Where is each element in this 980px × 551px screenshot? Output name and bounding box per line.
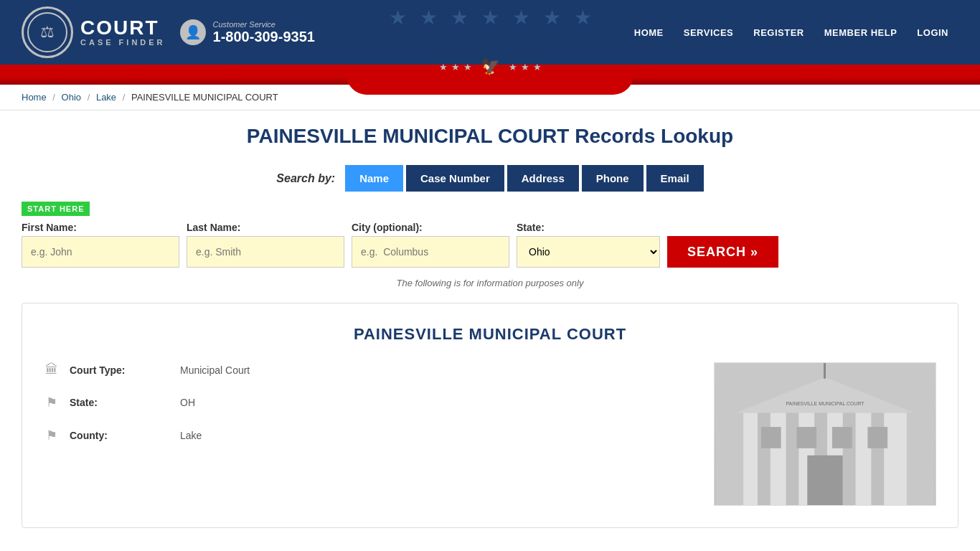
logo-circle: ⚖: [22, 6, 73, 58]
tab-name[interactable]: Name: [345, 165, 403, 192]
nav-services[interactable]: SERVICES: [674, 27, 744, 38]
start-here-badge: START HERE: [22, 202, 90, 216]
logo-emblem: ⚖: [27, 12, 67, 52]
last-name-label: Last Name:: [187, 222, 344, 233]
state-select[interactable]: Ohio: [517, 236, 660, 268]
svg-rect-3: [758, 413, 771, 505]
state-detail-value: OH: [180, 397, 195, 408]
headset-icon: 👤: [180, 19, 206, 45]
svg-rect-7: [871, 413, 884, 505]
building-icon: 🏛: [44, 362, 60, 377]
state-detail-label: State:: [70, 397, 170, 408]
first-name-label: First Name:: [22, 222, 179, 233]
county-value: Lake: [180, 430, 202, 441]
customer-service-text: Customer Service 1-800-309-9351: [213, 20, 315, 45]
main-navigation: HOME SERVICES REGISTER MEMBER HELP LOGIN: [624, 27, 958, 38]
city-label: City (optional):: [352, 222, 509, 233]
county-flag-icon: ⚑: [44, 428, 60, 443]
court-details: 🏛 Court Type: Municipal Court ⚑ State: O…: [44, 362, 714, 461]
customer-service: 👤 Customer Service 1-800-309-9351: [180, 19, 315, 45]
county-row: ⚑ County: Lake: [44, 428, 714, 443]
state-row: ⚑ State: OH: [44, 395, 714, 410]
search-form-row: First Name: Last Name: City (optional): …: [22, 222, 958, 268]
eagle-stars-left: ★ ★ ★: [439, 62, 472, 72]
tab-email[interactable]: Email: [646, 165, 704, 192]
logo-case-finder-text: CASE FINDER: [80, 38, 166, 47]
info-note: The following is for information purpose…: [22, 278, 958, 288]
last-name-input[interactable]: [187, 236, 344, 268]
first-name-group: First Name:: [22, 222, 179, 268]
main-content: PAINESVILLE MUNICIPAL COURT Records Look…: [0, 110, 980, 542]
eagle-stars-right: ★ ★ ★: [509, 62, 542, 72]
svg-rect-4: [786, 413, 799, 505]
court-info-section: PAINESVILLE MUNICIPAL COURT 🏛 Court Type…: [22, 303, 958, 528]
breadcrumb-sep-3: /: [123, 92, 126, 103]
logo: ⚖ COURT CASE FINDER: [22, 6, 166, 58]
svg-rect-12: [867, 427, 887, 448]
tab-address[interactable]: Address: [507, 165, 579, 192]
logo-text: COURT CASE FINDER: [80, 18, 166, 47]
wave-banner: ★ ★ ★ 🦅 ★ ★ ★: [0, 65, 980, 85]
search-by-label: Search by:: [276, 172, 335, 185]
tab-case-number[interactable]: Case Number: [406, 165, 504, 192]
nav-member-help[interactable]: MEMBER HELP: [814, 27, 908, 38]
breadcrumb-home[interactable]: Home: [22, 92, 47, 103]
city-group: City (optional):: [352, 222, 509, 268]
building-image-placeholder: PAINESVILLE MUNICIPAL COURT: [715, 363, 936, 505]
eagle-icon: 🦅: [481, 57, 500, 76]
breadcrumb-ohio[interactable]: Ohio: [62, 92, 81, 103]
court-type-value: Municipal Court: [180, 364, 250, 376]
search-by-row: Search by: Name Case Number Address Phon…: [22, 165, 958, 192]
svg-text:PAINESVILLE MUNICIPAL COURT: PAINESVILLE MUNICIPAL COURT: [786, 401, 865, 406]
eagle-banner: ★ ★ ★ 🦅 ★ ★ ★: [439, 57, 542, 76]
search-button[interactable]: SEARCH »: [667, 236, 778, 268]
nav-login[interactable]: LOGIN: [907, 27, 958, 38]
tab-phone[interactable]: Phone: [582, 165, 644, 192]
decorative-stars: ★ ★ ★ ★ ★ ★ ★: [389, 6, 592, 29]
county-label: County:: [70, 430, 170, 441]
breadcrumb-current: PAINESVILLE MUNICIPAL COURT: [131, 92, 278, 103]
court-type-row: 🏛 Court Type: Municipal Court: [44, 362, 714, 377]
svg-rect-6: [843, 413, 856, 505]
customer-service-label: Customer Service: [213, 20, 315, 29]
court-type-label: Court Type:: [70, 364, 170, 376]
svg-rect-11: [832, 427, 852, 448]
flag-icon: ⚑: [44, 395, 60, 410]
court-info-body: 🏛 Court Type: Municipal Court ⚑ State: O…: [44, 362, 936, 506]
logo-court-text: COURT: [80, 18, 166, 38]
state-label: State:: [517, 222, 660, 233]
court-info-title: PAINESVILLE MUNICIPAL COURT: [44, 325, 936, 344]
nav-home[interactable]: HOME: [624, 27, 674, 38]
svg-rect-8: [807, 456, 843, 505]
svg-rect-9: [761, 427, 781, 448]
customer-service-phone: 1-800-309-9351: [213, 29, 315, 45]
search-section: Search by: Name Case Number Address Phon…: [22, 165, 958, 288]
breadcrumb-lake[interactable]: Lake: [96, 92, 116, 103]
nav-register[interactable]: REGISTER: [743, 27, 814, 38]
breadcrumb-sep-1: /: [52, 92, 55, 103]
breadcrumb-sep-2: /: [88, 92, 90, 103]
last-name-group: Last Name:: [187, 222, 344, 268]
court-image: PAINESVILLE MUNICIPAL COURT: [714, 362, 936, 506]
page-title: PAINESVILLE MUNICIPAL COURT Records Look…: [22, 125, 958, 148]
city-input[interactable]: [352, 236, 509, 268]
state-group: State: Ohio: [517, 222, 660, 268]
svg-rect-10: [796, 427, 816, 448]
svg-rect-13: [824, 363, 826, 379]
first-name-input[interactable]: [22, 236, 179, 268]
